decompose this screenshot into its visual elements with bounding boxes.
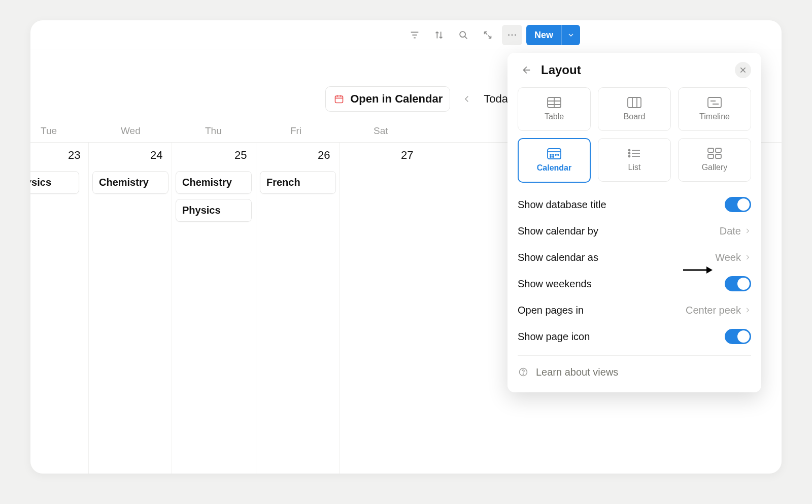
table-icon	[547, 97, 561, 108]
svg-point-3	[515, 35, 516, 36]
view-timeline[interactable]: Timeline	[678, 87, 751, 131]
view-list[interactable]: List	[598, 138, 671, 182]
date-tue: 23	[68, 149, 80, 162]
filter-icon[interactable]	[404, 25, 425, 45]
svg-point-12	[558, 154, 559, 155]
calendar-app-icon	[333, 93, 345, 105]
svg-point-10	[553, 154, 554, 155]
svg-rect-18	[708, 148, 714, 152]
day-header-tue: Tue	[41, 125, 57, 137]
view-type-grid: Table Board Timeline Calendar List	[518, 87, 751, 183]
option-show-calendar-by[interactable]: Show calendar by Date	[518, 219, 751, 243]
open-in-calendar-button[interactable]: Open in Calendar	[325, 86, 450, 112]
date-sat: 27	[401, 149, 413, 162]
svg-point-23	[523, 374, 523, 375]
date-fri: 26	[318, 149, 330, 162]
option-show-page-icon[interactable]: Show page icon	[518, 325, 751, 348]
date-thu: 25	[234, 149, 247, 162]
svg-point-1	[508, 35, 510, 36]
svg-rect-6	[628, 97, 641, 108]
event-item[interactable]: Chemistry	[92, 171, 168, 194]
svg-point-2	[512, 35, 513, 36]
layout-popover: Layout Table Board Timeline	[507, 53, 761, 392]
svg-point-13	[550, 156, 551, 157]
event-item[interactable]: Physics	[176, 199, 252, 222]
option-open-pages-in[interactable]: Open pages in Center peek	[518, 298, 751, 322]
option-show-database-title[interactable]: Show database title	[518, 193, 751, 216]
help-icon	[518, 366, 529, 378]
database-toolbar: New	[30, 20, 782, 50]
svg-rect-21	[716, 154, 721, 158]
timeline-icon	[707, 97, 722, 108]
chevron-right-icon	[744, 227, 751, 234]
search-icon[interactable]	[453, 25, 473, 45]
day-header-thu: Thu	[205, 125, 222, 137]
svg-rect-8	[548, 149, 561, 159]
option-show-weekends[interactable]: Show weekends	[518, 272, 751, 295]
board-icon	[627, 97, 641, 108]
svg-point-16	[629, 153, 630, 154]
close-button[interactable]	[735, 62, 751, 78]
new-button[interactable]: New	[526, 25, 561, 45]
expand-icon[interactable]	[478, 25, 498, 45]
event-item[interactable]: French	[260, 171, 336, 194]
svg-rect-4	[335, 96, 343, 103]
more-icon[interactable]	[502, 25, 522, 45]
prev-week-button[interactable]	[459, 90, 475, 108]
day-header-wed: Wed	[121, 125, 141, 137]
sort-icon[interactable]	[429, 25, 449, 45]
calendar-icon	[547, 148, 561, 159]
event-item[interactable]: ysics	[30, 171, 79, 194]
toggle-on[interactable]	[725, 197, 751, 212]
svg-point-14	[553, 156, 554, 157]
view-table[interactable]: Table	[518, 87, 591, 131]
open-in-calendar-label: Open in Calendar	[350, 92, 443, 106]
toggle-on[interactable]	[725, 276, 751, 291]
popover-title: Layout	[541, 63, 728, 77]
svg-point-9	[550, 154, 551, 155]
chevron-right-icon	[744, 254, 751, 261]
view-gallery[interactable]: Gallery	[678, 138, 751, 182]
view-calendar[interactable]: Calendar	[518, 138, 591, 183]
back-button[interactable]	[518, 62, 534, 78]
new-dropdown[interactable]	[561, 25, 580, 45]
list-icon	[627, 148, 641, 159]
svg-rect-7	[708, 97, 721, 108]
view-board[interactable]: Board	[598, 87, 671, 131]
svg-point-17	[629, 156, 630, 157]
learn-about-views-link[interactable]: Learn about views	[518, 363, 751, 381]
day-header-fri: Fri	[290, 125, 301, 137]
event-item[interactable]: Chemistry	[176, 171, 252, 194]
day-header-sat: Sat	[374, 125, 388, 137]
option-show-calendar-as[interactable]: Show calendar as Week	[518, 246, 751, 269]
gallery-icon	[707, 148, 722, 159]
chevron-right-icon	[744, 307, 751, 314]
svg-rect-19	[716, 148, 721, 152]
toggle-on[interactable]	[725, 329, 751, 344]
svg-point-11	[555, 154, 556, 155]
date-wed: 24	[150, 149, 162, 162]
svg-point-0	[460, 31, 465, 37]
svg-rect-20	[708, 154, 714, 158]
svg-point-15	[629, 150, 630, 151]
app-card: New Open in Calendar Today	[30, 20, 782, 474]
